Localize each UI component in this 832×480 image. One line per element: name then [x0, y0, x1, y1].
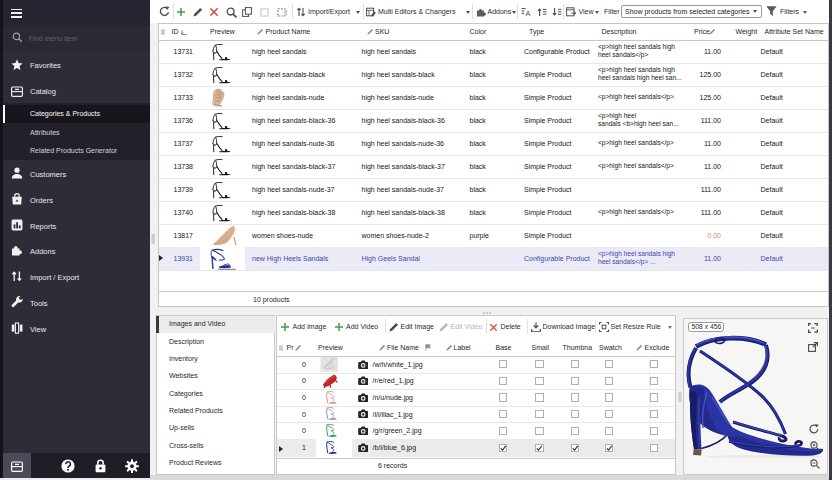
svg-text:A: A [525, 9, 530, 17]
